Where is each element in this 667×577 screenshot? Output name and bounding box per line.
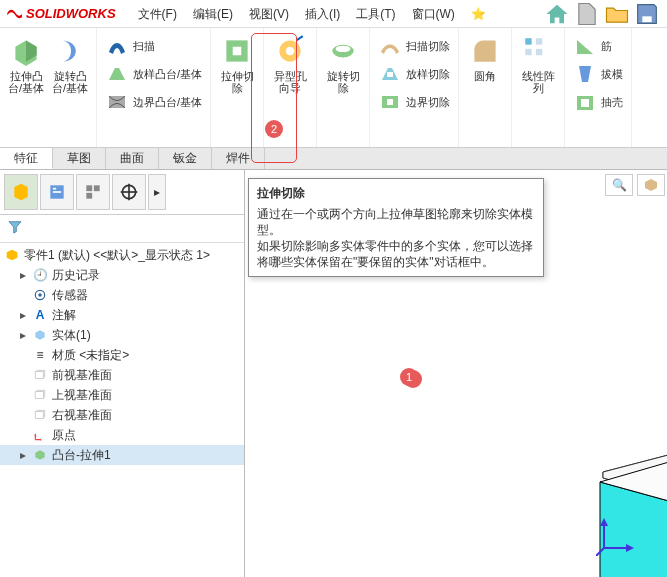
svg-rect-0: [642, 16, 651, 22]
fillet-button[interactable]: 圆角: [463, 32, 507, 84]
side-tab-property[interactable]: [40, 174, 74, 210]
svg-rect-15: [53, 188, 56, 190]
tab-weldment[interactable]: 焊件: [212, 148, 265, 169]
tree-front-plane[interactable]: 前视基准面: [0, 365, 244, 385]
tree-sensors[interactable]: 传感器: [0, 285, 244, 305]
tab-sketch[interactable]: 草图: [53, 148, 106, 169]
menu-file[interactable]: 文件(F): [130, 0, 185, 28]
menu-window[interactable]: 窗口(W): [404, 0, 463, 28]
svg-rect-18: [94, 185, 100, 191]
shell-button[interactable]: 抽壳: [569, 88, 627, 116]
draft-button[interactable]: 拔模: [569, 60, 627, 88]
tree-annotations[interactable]: ▸A注解: [0, 305, 244, 325]
menu-tools[interactable]: 工具(T): [348, 0, 403, 28]
menu-edit[interactable]: 编辑(E): [185, 0, 241, 28]
quick-new-icon[interactable]: [573, 0, 601, 28]
revolve-boss-button[interactable]: 旋转凸 台/基体: [48, 32, 92, 96]
swept-boss-button[interactable]: 扫描: [101, 32, 159, 60]
svg-rect-8: [387, 99, 393, 105]
tree-root[interactable]: 零件1 (默认) <<默认>_显示状态 1>: [0, 245, 244, 265]
menu-more-icon[interactable]: ⭐: [463, 0, 494, 28]
tree-origin[interactable]: 原点: [0, 425, 244, 445]
svg-rect-19: [86, 193, 92, 199]
svg-rect-13: [581, 99, 589, 107]
badge-one: 1: [404, 370, 422, 388]
boundary-boss-button[interactable]: 边界凸台/基体: [101, 88, 206, 116]
cut-boundary-button[interactable]: 边界切除: [374, 88, 454, 116]
tooltip-cut-extrude: 拉伸切除 通过在一个或两个方向上拉伸草图轮廓来切除实体模型。 如果切除影响多实体…: [248, 178, 544, 277]
tree-history[interactable]: ▸🕘历史记录: [0, 265, 244, 285]
quick-open-icon[interactable]: [603, 0, 631, 28]
quick-home-icon[interactable]: [543, 0, 571, 28]
side-tab-config[interactable]: [76, 174, 110, 210]
tree-solid-bodies[interactable]: ▸实体(1): [0, 325, 244, 345]
cut-extrude-button[interactable]: 拉伸切 除: [215, 32, 259, 96]
view-orient-icon[interactable]: [637, 174, 665, 196]
svg-rect-9: [525, 38, 531, 44]
svg-rect-6: [387, 72, 393, 77]
svg-point-5: [336, 46, 351, 52]
menu-view[interactable]: 视图(V): [241, 0, 297, 28]
cut-loft-button[interactable]: 放样切除: [374, 60, 454, 88]
svg-rect-16: [53, 191, 61, 193]
tooltip-title: 拉伸切除: [257, 185, 535, 202]
rib-button[interactable]: 筋: [569, 32, 616, 60]
tab-surface[interactable]: 曲面: [106, 148, 159, 169]
tree-right-plane[interactable]: 右视基准面: [0, 405, 244, 425]
svg-rect-12: [536, 49, 542, 55]
tree-extrude1[interactable]: ▸凸台-拉伸1: [0, 445, 244, 465]
side-tab-more[interactable]: ▸: [148, 174, 166, 210]
extrude-boss-button[interactable]: 拉伸凸 台/基体: [4, 32, 48, 96]
svg-rect-17: [86, 185, 92, 191]
origin-triad-icon: [596, 516, 636, 556]
hole-wizard-button[interactable]: 异型孔 向导: [268, 32, 312, 96]
view-zoom-icon[interactable]: 🔍: [605, 174, 633, 196]
tab-features[interactable]: 特征: [0, 148, 53, 169]
tree-material[interactable]: ≡材质 <未指定>: [0, 345, 244, 365]
svg-marker-26: [600, 518, 608, 526]
svg-point-24: [38, 293, 42, 297]
app-logo: SOLIDWORKS: [6, 6, 130, 22]
svg-marker-28: [626, 544, 634, 552]
linear-pattern-button[interactable]: 线性阵 列: [516, 32, 560, 96]
filter-icon[interactable]: [6, 219, 24, 235]
menu-insert[interactable]: 插入(I): [297, 0, 348, 28]
svg-rect-2: [233, 47, 242, 56]
svg-point-4: [286, 47, 295, 56]
tab-sheetmetal[interactable]: 钣金: [159, 148, 212, 169]
svg-rect-11: [525, 49, 531, 55]
quick-save-icon[interactable]: [633, 0, 661, 28]
tree-top-plane[interactable]: 上视基准面: [0, 385, 244, 405]
svg-line-29: [596, 548, 604, 556]
tooltip-body: 通过在一个或两个方向上拉伸草图轮廓来切除实体模型。 如果切除影响多实体零件中的多…: [257, 206, 535, 270]
cut-revolve-button[interactable]: 旋转切 除: [321, 32, 365, 96]
side-tab-dimxpert[interactable]: [112, 174, 146, 210]
svg-rect-10: [536, 38, 542, 44]
cut-swept-button[interactable]: 扫描切除: [374, 32, 454, 60]
loft-boss-button[interactable]: 放样凸台/基体: [101, 60, 206, 88]
side-tab-feature-tree[interactable]: [4, 174, 38, 210]
